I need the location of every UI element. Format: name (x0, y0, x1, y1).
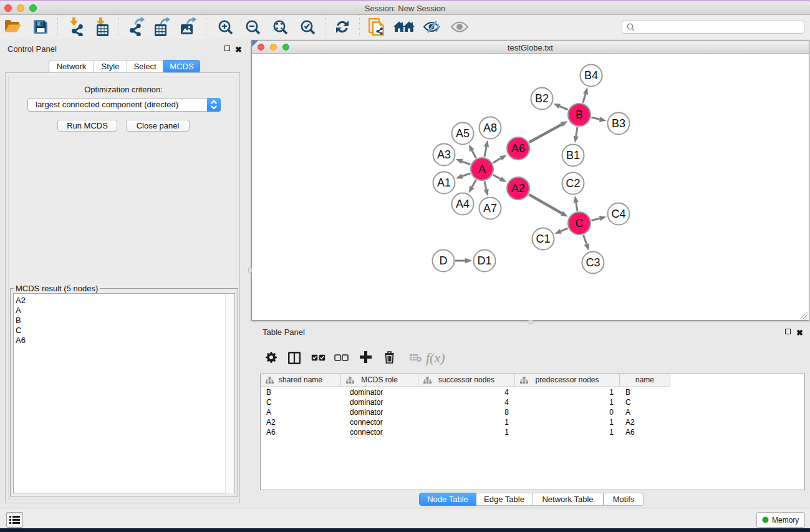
svg-text:B3: B3 (612, 117, 625, 130)
svg-text:C1: C1 (536, 233, 550, 245)
svg-text:B4: B4 (584, 69, 598, 82)
svg-text:A7: A7 (483, 202, 497, 215)
svg-text:C3: C3 (586, 256, 600, 269)
svg-text:A2: A2 (511, 182, 525, 195)
svg-text:A5: A5 (456, 127, 470, 140)
svg-text:C2: C2 (566, 177, 580, 190)
svg-text:B1: B1 (566, 149, 580, 162)
svg-text:D1: D1 (477, 254, 491, 267)
svg-text:A8: A8 (483, 122, 497, 134)
svg-text:C: C (576, 217, 584, 230)
svg-text:A3: A3 (437, 148, 451, 161)
svg-text:A1: A1 (437, 177, 451, 189)
svg-text:B: B (576, 109, 583, 121)
svg-text:A: A (478, 163, 486, 175)
svg-text:A6: A6 (511, 142, 525, 155)
svg-text:C4: C4 (611, 208, 625, 220)
svg-text:D: D (440, 254, 448, 267)
svg-text:A4: A4 (456, 198, 470, 210)
svg-text:B2: B2 (535, 92, 549, 105)
